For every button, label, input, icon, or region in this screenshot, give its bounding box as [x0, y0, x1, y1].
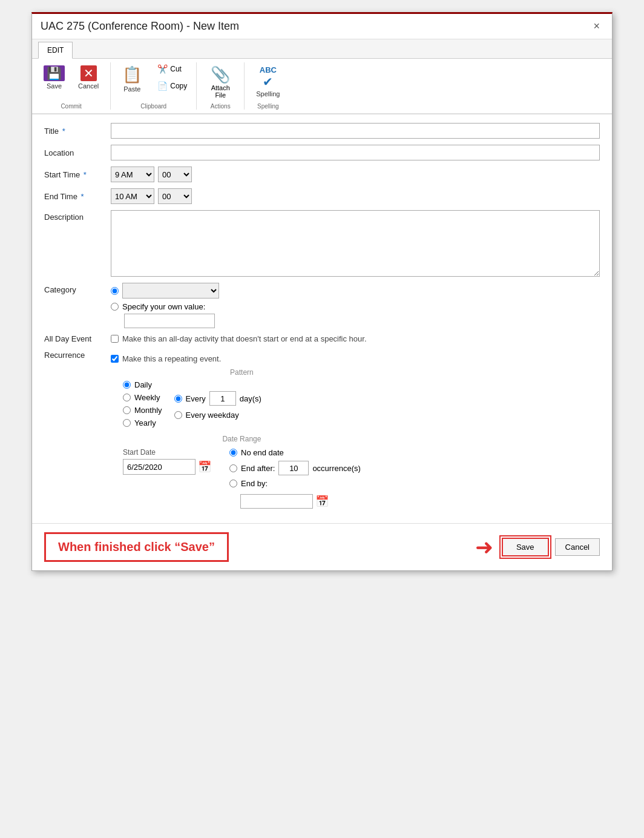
pattern-section: Daily Weekly Monthly [123, 380, 361, 427]
ribbon-group-commit: 💾 Save ✕ Cancel Commit [38, 62, 111, 110]
start-time-hour-select[interactable]: 9 AM 10 AM 11 AM 12 PM [111, 167, 154, 182]
recurrence-checkbox-label: Make this a repeating event. [122, 354, 221, 363]
title-bar: UAC 275 (Conference Room) - New Item × [32, 14, 612, 39]
yearly-label: Yearly [134, 418, 156, 427]
ribbon-clipboard-buttons: 📋 Paste ✂️ Cut 📄 Copy [117, 62, 190, 102]
copy-button[interactable]: 📄 Copy [154, 79, 190, 93]
every-days-radio[interactable] [174, 395, 182, 403]
recurrence-content: Pattern Daily Weekly [123, 368, 361, 509]
date-range-label: Date Range [123, 435, 361, 443]
yearly-radio[interactable] [123, 419, 131, 427]
cancel-button[interactable]: Cancel [555, 538, 600, 556]
every-weekday-radio[interactable] [174, 411, 182, 419]
start-date-input-row: 📅 [123, 459, 211, 475]
location-label: Location [44, 148, 111, 157]
recurrence-checkbox[interactable] [111, 355, 119, 363]
attach-file-icon: 📎 [211, 65, 230, 84]
end-by-input[interactable] [240, 494, 313, 509]
recurrence-label: Recurrence [44, 349, 111, 360]
end-options: No end date End after: occurrence(s) [229, 448, 361, 509]
occurrences-label: occurrence(s) [312, 464, 360, 473]
end-by-calendar-button[interactable]: 📅 [315, 495, 329, 508]
dialog-container: UAC 275 (Conference Room) - New Item × E… [31, 12, 613, 571]
description-row: Description [44, 210, 600, 277]
every-days-option: Every day(s) [174, 391, 261, 406]
all-day-checkbox[interactable] [111, 335, 119, 343]
ribbon-spelling-buttons: ABC ✔ Spelling [251, 62, 285, 102]
weekly-label: Weekly [134, 393, 160, 402]
pattern-options: Every day(s) Every weekday [174, 380, 261, 427]
start-date-input[interactable] [123, 459, 196, 475]
every-days-input[interactable] [209, 391, 236, 406]
spelling-button[interactable]: ABC ✔ Spelling [251, 62, 285, 101]
actions-group-label: Actions [203, 102, 238, 110]
monthly-radio[interactable] [123, 406, 131, 414]
no-end-date-radio[interactable] [229, 449, 237, 457]
location-row: Location [44, 145, 600, 160]
title-input[interactable] [111, 123, 600, 139]
start-time-label: Start Time * [44, 170, 111, 179]
description-label: Description [44, 210, 111, 222]
title-row: Title * [44, 123, 600, 139]
end-by-option: End by: 📅 [229, 479, 361, 509]
category-select[interactable] [122, 283, 219, 299]
location-input[interactable] [111, 145, 600, 160]
paste-button[interactable]: 📋 Paste [117, 62, 147, 96]
recurrence-type-monthly: Monthly [123, 406, 162, 415]
category-own-radio[interactable] [111, 303, 119, 311]
weekly-radio[interactable] [123, 394, 131, 401]
category-options: Specify your own value: [111, 283, 219, 328]
all-day-checkbox-label: Make this an all-day activity that doesn… [122, 334, 367, 343]
recurrence-type-weekly: Weekly [123, 393, 162, 402]
end-time-hour-select[interactable]: 10 AM 11 AM 12 PM 1 PM [111, 188, 154, 204]
save-button[interactable]: Save [502, 538, 549, 556]
save-icon: 💾 [44, 65, 65, 81]
abc-text: ABC [260, 65, 277, 74]
cancel-ribbon-button[interactable]: ✕ Cancel [73, 62, 104, 93]
start-date-label: Start Date [123, 448, 211, 457]
form-content: Title * Location Start Time * 9 AM 10 AM… [32, 114, 612, 523]
dialog-title: UAC 275 (Conference Room) - New Item [41, 20, 239, 33]
start-date-calendar-button[interactable]: 📅 [198, 460, 211, 473]
end-by-label: End by: [241, 479, 268, 488]
description-input[interactable] [111, 210, 600, 277]
tab-edit[interactable]: EDIT [38, 42, 73, 59]
start-date-col: Start Date 📅 [123, 448, 211, 475]
cut-button[interactable]: ✂️ Cut [154, 62, 190, 76]
ribbon-group-spelling: ABC ✔ Spelling Spelling [251, 62, 291, 110]
ribbon-group-clipboard: 📋 Paste ✂️ Cut 📄 Copy Clipboard [117, 62, 197, 110]
cut-icon: ✂️ [157, 64, 168, 74]
title-label: Title * [44, 127, 111, 136]
end-after-radio[interactable] [229, 464, 237, 472]
end-after-option: End after: occurrence(s) [229, 461, 361, 475]
footer-inner: When finished click “Save” ➜ Save Cancel [44, 532, 600, 562]
category-predefined-radio[interactable] [111, 287, 119, 295]
end-by-radio[interactable] [229, 480, 237, 487]
attach-file-button[interactable]: 📎 AttachFile [203, 62, 238, 102]
date-range-content: Start Date 📅 No end date [123, 448, 361, 509]
end-time-minute-select[interactable]: 00 15 30 45 [158, 188, 192, 204]
attach-file-label: AttachFile [211, 84, 230, 99]
ribbon-actions-buttons: 📎 AttachFile [203, 62, 238, 102]
end-after-input[interactable] [278, 461, 309, 475]
recurrence-types: Daily Weekly Monthly [123, 380, 162, 427]
arrow-icon: ➜ [475, 535, 493, 560]
days-label: day(s) [240, 394, 261, 403]
daily-label: Daily [134, 380, 152, 389]
footer-right: ➜ Save Cancel [469, 535, 600, 560]
pattern-label: Pattern [123, 368, 361, 377]
ribbon: 💾 Save ✕ Cancel Commit 📋 Paste ✂️ [32, 59, 612, 114]
paste-icon: 📋 [122, 65, 142, 84]
clipboard-group-label: Clipboard [117, 102, 190, 110]
close-button[interactable]: × [590, 19, 603, 34]
daily-radio[interactable] [123, 381, 131, 389]
start-time-minute-select[interactable]: 00 15 30 45 [158, 167, 192, 182]
tabs-bar: EDIT [32, 39, 612, 59]
save-ribbon-button[interactable]: 💾 Save [38, 62, 70, 93]
ribbon-group-actions: 📎 AttachFile Actions [203, 62, 245, 110]
instruction-box: When finished click “Save” [44, 532, 229, 562]
recurrence-type-yearly: Yearly [123, 418, 162, 427]
category-own-input[interactable] [124, 314, 215, 328]
recurrence-checkbox-row: Make this a repeating event. [111, 354, 361, 363]
all-day-row: All Day Event Make this an all-day activ… [44, 334, 600, 343]
